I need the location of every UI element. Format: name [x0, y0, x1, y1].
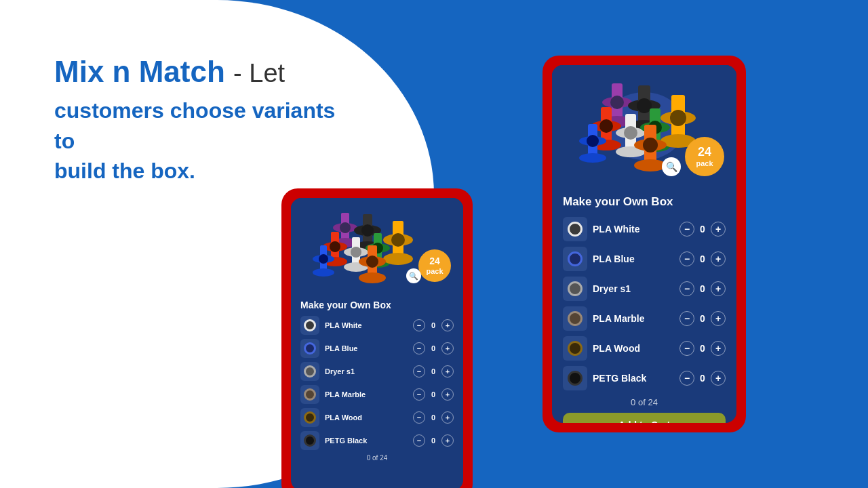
spool-icon-5	[568, 371, 583, 386]
qty-control-f2: − 0 +	[413, 365, 454, 378]
product-name-0: PLA White	[593, 224, 639, 235]
product-thumb-f3	[300, 385, 319, 404]
qty-control-f3: − 0 +	[413, 388, 454, 401]
qty-decrease-3[interactable]: −	[679, 311, 694, 326]
spool-f0	[304, 319, 316, 331]
zoom-symbol-back: 🔍	[666, 161, 677, 172]
zoom-symbol-front: 🔍	[409, 272, 418, 281]
spool-f3	[304, 388, 316, 401]
qty-value-f1: 0	[429, 344, 437, 352]
product-name-f1: PLA Blue	[325, 344, 358, 352]
product-row-4-front: PLA Wood − 0 +	[300, 408, 454, 427]
qty-decrease-0[interactable]: −	[679, 222, 694, 237]
product-row-0-back: PLA White − 0 +	[563, 217, 726, 241]
product-name-4: PLA Wood	[593, 343, 640, 354]
qty-control-f5: − 0 +	[413, 434, 454, 447]
qty-increase-f4[interactable]: +	[441, 411, 454, 424]
zoom-icon-back[interactable]: 🔍	[662, 157, 681, 176]
svg-point-50	[351, 247, 361, 258]
pack-number-front: 24	[429, 256, 440, 266]
product-name-2: Dryer s1	[593, 283, 631, 294]
spool-icon-4	[568, 341, 583, 356]
product-thumb-1	[563, 247, 587, 271]
product-row-3-back: PLA Marble − 0 +	[563, 306, 726, 331]
hero-title-bold: Mix n Match	[54, 55, 225, 88]
qty-increase-5[interactable]: +	[711, 371, 726, 386]
svg-point-61	[313, 268, 334, 277]
hero-title: Mix n Match - Let	[54, 54, 339, 90]
svg-point-42	[361, 224, 374, 237]
product-thumb-f4	[300, 408, 319, 427]
product-name-f5: PETG Black	[325, 436, 367, 445]
qty-increase-f2[interactable]: +	[441, 365, 454, 378]
spool-icon-2	[568, 281, 583, 296]
spool-f4	[304, 411, 316, 424]
card-image-area-back: 24 pack 🔍	[552, 65, 736, 186]
qty-decrease-f4[interactable]: −	[413, 411, 425, 424]
card-content-front: Make your Own Box PLA White − 0 +	[291, 291, 463, 472]
svg-point-25	[670, 110, 686, 126]
qty-increase-4[interactable]: +	[711, 341, 726, 356]
svg-point-62	[319, 254, 328, 264]
qty-increase-f0[interactable]: +	[441, 319, 454, 331]
qty-decrease-2[interactable]: −	[679, 281, 694, 296]
zoom-icon-front[interactable]: 🔍	[406, 268, 421, 283]
product-name-3: PLA Marble	[593, 313, 645, 324]
product-row-4-back: PLA Wood − 0 +	[563, 336, 726, 361]
qty-increase-f3[interactable]: +	[441, 388, 454, 401]
hero-section: Mix n Match - Let customers choose varia…	[54, 54, 339, 186]
qty-increase-f1[interactable]: +	[441, 342, 454, 354]
qty-control-f4: − 0 +	[413, 411, 454, 424]
svg-point-46	[330, 241, 340, 252]
qty-control-5: − 0 +	[679, 371, 726, 386]
svg-point-38	[340, 222, 351, 233]
qty-increase-0[interactable]: +	[711, 222, 726, 237]
add-to-cart-button-back[interactable]: Add to Cart	[563, 413, 726, 423]
spool-f2	[304, 365, 316, 378]
svg-point-66	[366, 256, 378, 268]
qty-decrease-1[interactable]: −	[679, 251, 694, 266]
qty-value-f4: 0	[429, 413, 437, 422]
qty-increase-f5[interactable]: +	[441, 434, 454, 447]
card-inner-front: 24 pack 🔍 Make your Own Box PLA White	[291, 198, 463, 488]
qty-decrease-4[interactable]: −	[679, 341, 694, 356]
qty-value-5: 0	[698, 373, 707, 384]
product-name-f4: PLA Wood	[325, 413, 362, 422]
total-row-back: 0 of 24	[563, 397, 726, 407]
product-row-1-front: PLA Blue − 0 +	[300, 339, 454, 358]
qty-value-0: 0	[698, 224, 707, 235]
qty-increase-1[interactable]: +	[711, 251, 726, 266]
product-left-1: PLA Blue	[563, 247, 635, 271]
product-thumb-5	[563, 366, 587, 390]
qty-increase-3[interactable]: +	[711, 311, 726, 326]
spool-icon-3	[568, 311, 583, 326]
product-row-5-front: PETG Black − 0 +	[300, 431, 454, 450]
product-row-2-back: Dryer s1 − 0 +	[563, 277, 726, 301]
product-left-3: PLA Marble	[563, 306, 645, 331]
product-left-5: PETG Black	[563, 366, 646, 390]
svg-point-13	[599, 119, 613, 133]
qty-decrease-f3[interactable]: −	[413, 388, 425, 401]
product-row-0-front: PLA White − 0 +	[300, 316, 454, 335]
qty-decrease-f1[interactable]: −	[413, 342, 425, 354]
card-inner-back: 24 pack 🔍 Make your Own Box PLA White	[552, 65, 736, 423]
qty-decrease-f0[interactable]: −	[413, 319, 425, 331]
qty-control-2: − 0 +	[679, 281, 726, 296]
svg-point-9	[637, 98, 652, 113]
qty-decrease-f2[interactable]: −	[413, 365, 425, 378]
product-left-4: PLA Wood	[563, 336, 640, 361]
qty-increase-2[interactable]: +	[711, 281, 726, 296]
hero-subtitle: customers choose variants to build the b…	[54, 96, 339, 186]
product-row-2-front: Dryer s1 − 0 +	[300, 362, 454, 381]
qty-decrease-f5[interactable]: −	[413, 434, 425, 447]
total-row-front: 0 of 24	[300, 454, 454, 462]
product-row-5-back: PETG Black − 0 +	[563, 366, 726, 390]
svg-point-29	[587, 135, 599, 147]
product-thumb-4	[563, 336, 587, 361]
qty-decrease-5[interactable]: −	[679, 371, 694, 386]
spool-icon-0	[568, 222, 583, 237]
qty-control-0: − 0 +	[679, 222, 726, 237]
svg-point-65	[359, 272, 386, 283]
qty-control-4: − 0 +	[679, 341, 726, 356]
product-left-2: Dryer s1	[563, 277, 631, 301]
